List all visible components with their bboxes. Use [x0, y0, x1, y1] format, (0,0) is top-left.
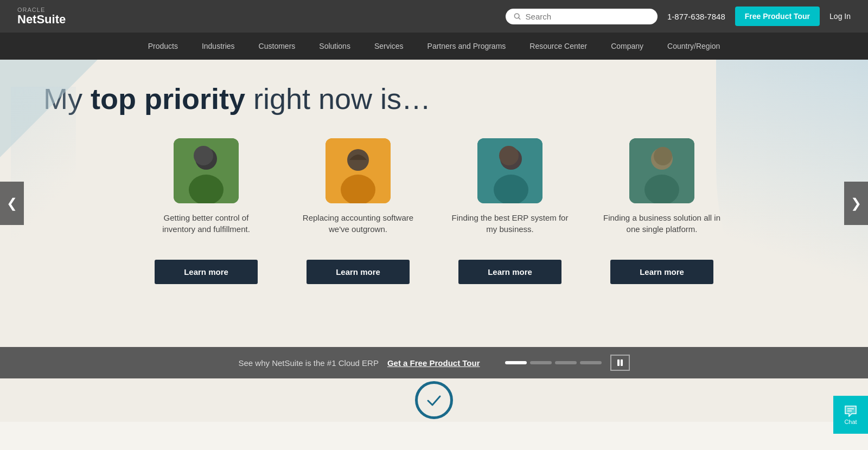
card-1-avatar — [174, 138, 239, 203]
nav-item-products[interactable]: Products — [136, 33, 190, 60]
nav-item-industries[interactable]: Industries — [190, 33, 247, 60]
checkmark-circle — [415, 381, 453, 419]
svg-point-12 — [499, 146, 519, 165]
logo: ORACLE NetSuite — [17, 7, 66, 26]
search-box[interactable] — [506, 9, 658, 24]
svg-rect-18 — [621, 359, 623, 366]
progress-dot-4 — [580, 361, 602, 364]
card-3-illustration — [477, 138, 542, 203]
nav-item-country[interactable]: Country/Region — [655, 33, 732, 60]
below-hero — [0, 378, 868, 422]
pause-button[interactable] — [610, 355, 630, 371]
checkmark-icon — [425, 391, 443, 409]
bottom-banner: See why NetSuite is the #1 Cloud ERP Get… — [0, 347, 868, 378]
nav-item-solutions[interactable]: Solutions — [307, 33, 362, 60]
card-1-illustration — [174, 138, 239, 203]
pause-icon — [616, 359, 624, 367]
card-2-avatar — [326, 138, 391, 203]
card-4: Finding a business solution all in one s… — [602, 138, 722, 284]
card-3-text: Finding the best ERP system for my busin… — [450, 212, 570, 250]
chat-label: Chat — [844, 419, 857, 422]
card-4-learn-more-button[interactable]: Learn more — [610, 260, 713, 284]
progress-dot-2 — [530, 361, 552, 364]
hero-section: ❮ ❯ My top priority right now is… Gettin… — [0, 60, 868, 347]
card-3-learn-more-button[interactable]: Learn more — [458, 260, 561, 284]
search-icon — [513, 12, 521, 21]
svg-line-1 — [519, 18, 520, 20]
top-bar: ORACLE NetSuite 1-877-638-7848 Free Prod… — [0, 0, 868, 33]
hero-title: My top priority right now is… — [43, 81, 825, 117]
carousel-prev-button[interactable]: ❮ — [0, 182, 24, 225]
phone-number: 1-877-638-7848 — [667, 12, 725, 21]
card-1-learn-more-button[interactable]: Learn more — [155, 260, 258, 284]
hero-title-suffix: right now is… — [245, 82, 431, 115]
nav-item-services[interactable]: Services — [362, 33, 416, 60]
card-3-avatar — [477, 138, 542, 203]
svg-point-16 — [654, 147, 672, 165]
nav-bar: Products Industries Customers Solutions … — [0, 33, 868, 60]
card-2-learn-more-button[interactable]: Learn more — [307, 260, 410, 284]
card-2-illustration — [326, 138, 391, 203]
progress-dot-1 — [505, 361, 527, 364]
card-3: Finding the best ERP system for my busin… — [450, 138, 570, 284]
cards-row: Getting better control of inventory and … — [43, 138, 825, 284]
login-button[interactable]: Log In — [829, 12, 851, 21]
search-input[interactable] — [526, 12, 650, 21]
free-tour-button[interactable]: Free Product Tour — [735, 7, 820, 26]
svg-point-5 — [194, 146, 213, 165]
banner-link[interactable]: Get a Free Product Tour — [387, 358, 480, 368]
card-1: Getting better control of inventory and … — [146, 138, 266, 284]
banner-text: See why NetSuite is the #1 Cloud ERP — [238, 358, 378, 368]
chat-button[interactable]: Chat — [833, 396, 868, 422]
nav-item-resource[interactable]: Resource Center — [518, 33, 599, 60]
svg-rect-17 — [617, 359, 620, 366]
carousel-next-button[interactable]: ❯ — [844, 182, 868, 225]
card-2: Replacing accounting software we've outg… — [298, 138, 418, 284]
top-bar-right: 1-877-638-7848 Free Product Tour Log In — [506, 7, 851, 26]
card-4-avatar — [629, 138, 694, 203]
netsuite-label: NetSuite — [17, 13, 66, 26]
nav-item-customers[interactable]: Customers — [247, 33, 308, 60]
hero-title-bold: top priority — [91, 82, 245, 115]
card-2-text: Replacing accounting software we've outg… — [298, 212, 418, 250]
card-1-text: Getting better control of inventory and … — [146, 212, 266, 250]
nav-item-company[interactable]: Company — [599, 33, 655, 60]
chat-icon — [844, 405, 857, 417]
progress-dots — [505, 361, 602, 364]
card-4-text: Finding a business solution all in one s… — [602, 212, 722, 250]
nav-item-partners[interactable]: Partners and Programs — [416, 33, 518, 60]
card-4-illustration — [629, 138, 694, 203]
progress-dot-3 — [555, 361, 577, 364]
